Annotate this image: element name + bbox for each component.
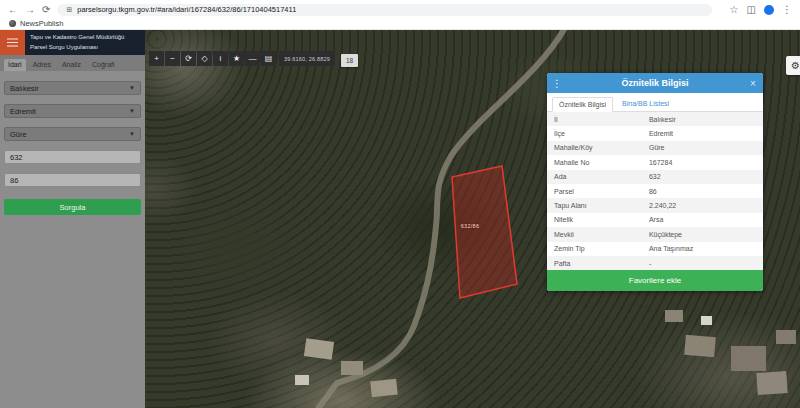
table-row: Ada632 <box>547 170 763 184</box>
district-select[interactable]: Edremit ▼ <box>4 104 141 118</box>
coordinates-display: 39.6160, 26.8829 <box>279 51 335 66</box>
table-row: MevkiiKüçüktepe <box>547 227 763 241</box>
address-bar[interactable]: ⊞ parselsorgu.tkgm.gov.tr/#ara/idari/167… <box>57 4 712 16</box>
bookmark-item[interactable]: NewsPublish <box>20 19 63 28</box>
row-label: Tapu Alanı <box>554 202 649 209</box>
row-label: Mahalle No <box>554 159 649 166</box>
buildings <box>295 310 796 397</box>
row-label: Parsel <box>554 188 649 195</box>
profile-avatar[interactable] <box>764 5 774 15</box>
row-value: 167284 <box>649 159 756 166</box>
reload-icon[interactable]: ⟳ <box>42 5 50 15</box>
map-canvas[interactable]: 632/86 +−⟳◇i★―▤ 39.6160, 26.8829 18 ⚙ ⋮ … <box>145 30 800 408</box>
sidebar-tab-0[interactable]: İdari <box>4 59 26 71</box>
menu-toggle-button[interactable] <box>0 30 25 55</box>
chevron-down-icon: ▼ <box>129 108 135 114</box>
print-button[interactable]: ▤ <box>261 51 276 66</box>
row-label: Mevkii <box>554 231 649 238</box>
panel-tab-1[interactable]: Bina/BB Listesi <box>616 97 675 111</box>
browser-chrome: ← → ⟳ ⊞ parselsorgu.tkgm.gov.tr/#ara/ida… <box>0 0 800 30</box>
district-value: Edremit <box>10 107 36 116</box>
zoom-out-button[interactable]: − <box>165 51 180 66</box>
search-button[interactable]: Sorgula <box>4 199 141 215</box>
panel-close-icon[interactable]: × <box>743 78 763 89</box>
row-value: Güre <box>649 144 756 151</box>
neighborhood-select[interactable]: Güre ▼ <box>4 127 141 141</box>
row-label: Nitelik <box>554 216 649 223</box>
zoom-in-button[interactable]: + <box>149 51 164 66</box>
sidebar-header: Tapu ve Kadastro Genel Müdürlüğü Parsel … <box>0 30 145 55</box>
search-mode-tabs: İdariAdresAnalizCoğrafi <box>0 55 145 71</box>
add-favorite-button[interactable]: Favorilere ekle <box>547 270 763 291</box>
ada-input[interactable] <box>4 150 141 164</box>
site-info-icon[interactable]: ⊞ <box>66 6 72 14</box>
row-label: İl <box>554 116 649 123</box>
refresh-button[interactable]: ⟳ <box>181 51 196 66</box>
chevron-down-icon: ▼ <box>129 131 135 137</box>
table-row: Zemin TipAna Taşınmaz <box>547 242 763 256</box>
table-row: NitelikArsa <box>547 213 763 227</box>
table-row: İlçeEdremit <box>547 126 763 140</box>
row-label: Zemin Tip <box>554 245 649 252</box>
row-label: Mahalle/Köy <box>554 144 649 151</box>
hamburger-icon <box>7 42 18 44</box>
app-subtitle: Parsel Sorgu Uygulaması <box>30 43 124 52</box>
table-row: Tapu Alanı2.240,22 <box>547 198 763 212</box>
province-value: Balıkesir <box>10 84 39 93</box>
gear-icon: ⚙ <box>791 60 800 71</box>
row-value: 86 <box>649 188 756 195</box>
table-row: Parsel86 <box>547 184 763 198</box>
search-form: Balıkesir ▼ Edremit ▼ Güre ▼ Sorgula <box>0 71 145 225</box>
favorite-button[interactable]: ★ <box>229 51 244 66</box>
row-value: 2.240,22 <box>649 202 756 209</box>
measure-button[interactable]: ― <box>245 51 260 66</box>
neighborhood-value: Güre <box>10 130 27 139</box>
province-select[interactable]: Balıkesir ▼ <box>4 81 141 95</box>
bookmark-star-icon[interactable]: ☆ <box>730 5 739 15</box>
pan-button[interactable]: ◇ <box>197 51 212 66</box>
table-row: Mahalle No167284 <box>547 155 763 169</box>
browser-menu-icon[interactable]: ⋮ <box>782 5 792 15</box>
row-label: Ada <box>554 173 649 180</box>
forward-icon[interactable]: → <box>25 5 35 15</box>
panel-menu-icon[interactable]: ⋮ <box>547 78 567 89</box>
row-label: Pafta <box>554 260 649 267</box>
attribute-panel: ⋮ Öznitelik Bilgisi × Öznitelik BilgisiB… <box>547 73 763 291</box>
back-icon[interactable]: ← <box>8 5 18 15</box>
row-value: Arsa <box>649 216 756 223</box>
map-toolbar: +−⟳◇i★―▤ <box>149 51 276 66</box>
bookmarks-bar: NewsPublish <box>0 17 800 30</box>
table-row: İlBalıkesir <box>547 112 763 126</box>
sidebar-tab-1[interactable]: Adres <box>29 59 55 71</box>
row-value: - <box>649 260 756 267</box>
row-value: Ana Taşınmaz <box>649 245 756 252</box>
sidebar-tab-3[interactable]: Coğrafi <box>88 59 119 71</box>
side-panel-icon[interactable]: ◫ <box>747 5 756 15</box>
app-title: Tapu ve Kadastro Genel Müdürlüğü <box>30 33 124 42</box>
table-row: Pafta- <box>547 256 763 270</box>
parsel-input[interactable] <box>4 173 141 187</box>
parcel-highlight[interactable] <box>452 166 517 298</box>
row-value: Edremit <box>649 130 756 137</box>
layers-button[interactable]: ⚙ <box>786 56 800 75</box>
row-value: Küçüktepe <box>649 231 756 238</box>
table-row: Mahalle/KöyGüre <box>547 141 763 155</box>
panel-tabs: Öznitelik BilgisiBina/BB Listesi <box>547 93 763 112</box>
url-text: parselsorgu.tkgm.gov.tr/#ara/idari/16728… <box>77 5 296 14</box>
chevron-down-icon: ▼ <box>129 85 135 91</box>
row-value: Balıkesir <box>649 116 756 123</box>
row-value: 632 <box>649 173 756 180</box>
screen: ← → ⟳ ⊞ parselsorgu.tkgm.gov.tr/#ara/ida… <box>0 0 800 408</box>
parcel-label: 632/86 <box>450 223 490 229</box>
zoom-level: 18 <box>341 54 358 67</box>
panel-header: ⋮ Öznitelik Bilgisi × <box>547 73 763 93</box>
road <box>317 30 567 408</box>
search-sidebar: Tapu ve Kadastro Genel Müdürlüğü Parsel … <box>0 30 145 408</box>
sidebar-tab-2[interactable]: Analiz <box>58 59 85 71</box>
panel-tab-0[interactable]: Öznitelik Bilgisi <box>552 97 613 112</box>
attribute-table: İlBalıkesirİlçeEdremitMahalle/KöyGüreMah… <box>547 112 763 270</box>
info-button[interactable]: i <box>213 51 228 66</box>
bookmark-favicon <box>9 20 16 27</box>
row-label: İlçe <box>554 130 649 137</box>
panel-title: Öznitelik Bilgisi <box>567 78 743 88</box>
